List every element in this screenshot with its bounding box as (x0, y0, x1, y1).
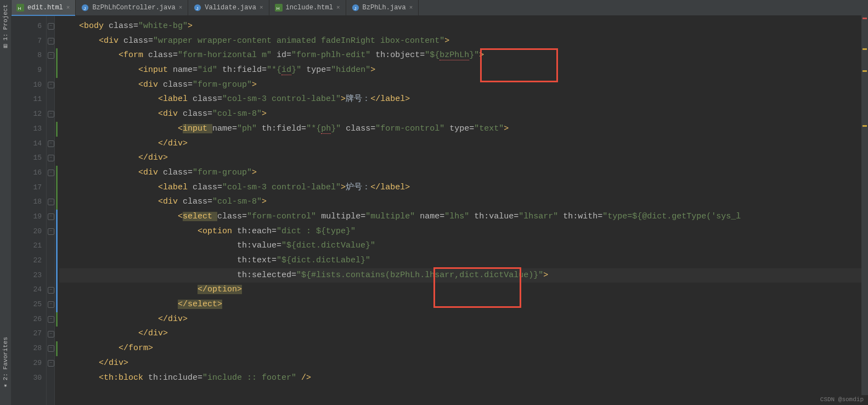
line-number: 7 (11, 34, 42, 49)
svg-text:J: J (354, 6, 356, 11)
line-number: 25 (11, 297, 42, 312)
star-icon: ★ (2, 383, 9, 390)
line-number: 11 (11, 92, 42, 107)
tab-label: BzPhLhController.java (92, 4, 175, 12)
line-number: 17 (11, 181, 42, 195)
favorites-tool-window-tab[interactable]: ★ 2: Favorites (0, 333, 11, 394)
tab-label: edit.html (27, 4, 63, 12)
editor-tab-3[interactable]: Hinclude.html× (269, 0, 346, 15)
project-tool-window-tab[interactable]: ▤ 1: Project (0, 0, 11, 54)
fold-toggle[interactable]: − (48, 228, 54, 235)
line-number: 24 (11, 283, 42, 297)
code-line[interactable]: </select> (59, 297, 868, 312)
line-number: 16 (11, 166, 42, 181)
code-line[interactable]: <input name="id" th:field="*{id}" type="… (59, 63, 868, 78)
fold-toggle[interactable]: − (48, 301, 54, 308)
code-line[interactable]: </div> (59, 312, 868, 327)
line-number: 12 (11, 107, 42, 122)
editor-tab-bar: Hedit.html×JBzPhLhController.java×JValid… (11, 0, 868, 16)
svg-text:H: H (18, 6, 21, 11)
fold-toggle[interactable]: − (48, 38, 54, 44)
line-number: 20 (11, 224, 42, 239)
code-line[interactable]: </div> (59, 151, 868, 166)
line-number: 15 (11, 151, 42, 166)
line-number: 29 (11, 356, 42, 371)
java-file-icon: J (194, 4, 201, 12)
code-line[interactable]: th:selected="${#lists.contains(bzPhLh.lh… (59, 268, 868, 283)
code-line[interactable]: </div> (59, 327, 868, 341)
code-line[interactable]: <label class="col-sm-3 control-label">炉号… (59, 181, 868, 195)
code-line[interactable]: th:value="${dict.dictValue}" (59, 239, 868, 254)
svg-text:J: J (196, 6, 199, 11)
code-line[interactable]: </div> (59, 137, 868, 151)
java-file-icon: J (352, 4, 359, 12)
fold-toggle[interactable]: − (48, 331, 54, 338)
editor-tab-0[interactable]: Hedit.html× (11, 0, 76, 15)
close-icon[interactable]: × (336, 4, 340, 11)
line-number: 26 (11, 312, 42, 327)
line-number: 27 (11, 327, 42, 341)
fold-toggle[interactable]: − (48, 360, 54, 367)
fold-toggle[interactable]: − (48, 155, 54, 161)
code-line[interactable]: <input name="ph" th:field="*{ph}" class=… (59, 122, 868, 137)
favorites-tab-label: 2: Favorites (2, 337, 9, 380)
tab-label: Validate.java (205, 4, 256, 12)
fold-toggle[interactable]: − (48, 345, 54, 352)
line-number: 13 (11, 122, 42, 137)
code-line[interactable]: <body class="white-bg"> (59, 19, 868, 34)
error-stripe[interactable] (861, 15, 868, 395)
close-icon[interactable]: × (409, 4, 413, 11)
close-icon[interactable]: × (179, 4, 183, 11)
line-number-gutter: 6789101112131415161718192021222324252627… (11, 16, 47, 405)
fold-toggle[interactable]: − (48, 213, 54, 220)
fold-toggle[interactable]: − (48, 52, 54, 59)
line-number: 9 (11, 63, 42, 78)
code-line[interactable]: <label class="col-sm-3 control-label">牌号… (59, 92, 868, 107)
code-line[interactable]: </div> (59, 356, 868, 371)
code-line[interactable]: <div class="col-sm-8"> (59, 107, 868, 122)
line-number: 28 (11, 341, 42, 356)
line-number: 22 (11, 254, 42, 268)
line-number: 8 (11, 48, 42, 63)
svg-text:H: H (276, 6, 279, 11)
code-area[interactable]: <body class="white-bg"> <div class="wrap… (55, 16, 868, 405)
editor-tab-2[interactable]: JValidate.java× (188, 0, 269, 15)
code-line[interactable]: th:text="${dict.dictLabel}" (59, 254, 868, 268)
fold-gutter: −−−−−−−−−−−−−−−−− (47, 16, 55, 405)
fold-toggle[interactable]: − (48, 170, 54, 176)
code-line[interactable]: <th:block th:include="include :: footer"… (59, 371, 868, 386)
close-icon[interactable]: × (260, 4, 263, 11)
html-file-icon: H (275, 4, 283, 12)
line-number: 14 (11, 137, 42, 151)
line-number: 10 (11, 78, 42, 93)
folder-icon: ▤ (2, 43, 9, 50)
editor-tab-4[interactable]: JBzPhLh.java× (346, 0, 419, 15)
code-line[interactable]: <select class="form-control" multiple="m… (59, 210, 868, 224)
close-icon[interactable]: × (66, 4, 70, 11)
fold-toggle[interactable]: − (48, 316, 54, 323)
fold-toggle[interactable]: − (48, 287, 54, 294)
tool-window-rail: ▤ 1: Project ★ 2: Favorites (0, 0, 12, 405)
fold-toggle[interactable]: − (48, 82, 54, 88)
fold-toggle[interactable]: − (48, 140, 54, 147)
fold-toggle[interactable]: − (48, 199, 54, 205)
fold-toggle[interactable]: − (48, 111, 54, 117)
line-number: 30 (11, 371, 42, 386)
code-line[interactable]: <form class="form-horizontal m" id="form… (59, 48, 868, 63)
tab-label: BzPhLh.java (363, 4, 406, 12)
line-number: 18 (11, 195, 42, 210)
code-line[interactable]: </option> (59, 283, 868, 297)
code-line[interactable]: </form> (59, 341, 868, 356)
code-line[interactable]: <div class="form-group"> (59, 166, 868, 181)
code-line[interactable]: <div class="col-sm-8"> (59, 195, 868, 210)
code-line[interactable]: <option th:each="dict : ${type}" (59, 224, 868, 239)
code-line[interactable]: <div class="form-group"> (59, 78, 868, 93)
code-line[interactable]: <div class="wrapper wrapper-content anim… (59, 34, 868, 49)
svg-text:J: J (84, 6, 86, 11)
line-number: 23 (11, 268, 42, 283)
code-editor[interactable]: 6789101112131415161718192021222324252627… (11, 16, 868, 405)
fold-toggle[interactable]: − (48, 23, 54, 30)
editor-tab-1[interactable]: JBzPhLhController.java× (76, 0, 188, 15)
watermark: CSDN @somdip (820, 396, 864, 403)
line-number: 21 (11, 239, 42, 254)
